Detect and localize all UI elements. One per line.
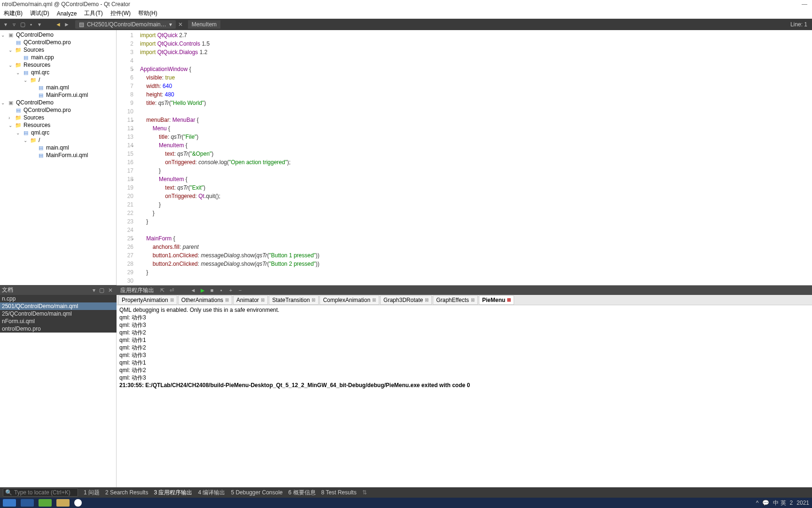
- code-line[interactable]: button1.onClicked: messageDialog.show(qs…: [140, 251, 808, 260]
- line-number[interactable]: 19: [117, 183, 136, 192]
- tree-arrow-icon[interactable]: ⌄: [8, 63, 13, 68]
- code-line[interactable]: menuBar: MenuBar {: [140, 116, 808, 124]
- line-number[interactable]: 17: [117, 167, 136, 175]
- line-number[interactable]: 1: [117, 31, 136, 40]
- tree-arrow-icon[interactable]: ›: [8, 115, 13, 120]
- open-document-item[interactable]: n.cpp: [0, 295, 117, 302]
- output-wrap-icon[interactable]: ⏎: [168, 287, 175, 294]
- code-line[interactable]: MenuItem {: [140, 175, 808, 183]
- tree-arrow-icon[interactable]: ⌄: [23, 78, 28, 83]
- code-line[interactable]: title: qsTr("File"): [140, 133, 808, 141]
- filter-icon[interactable]: ▾: [2, 21, 9, 28]
- tree-item[interactable]: ⌄📁Resources: [0, 61, 116, 69]
- code-line[interactable]: onTriggered: Qt.quit();: [140, 192, 808, 200]
- panel-icon[interactable]: ▢: [19, 21, 26, 28]
- code-line[interactable]: text: qsTr("&Open"): [140, 150, 808, 158]
- close-icon[interactable]: ⊠: [471, 297, 475, 302]
- code-line[interactable]: [140, 226, 808, 234]
- code-line[interactable]: }: [140, 217, 808, 226]
- tree-arrow-icon[interactable]: ⌄: [1, 100, 6, 105]
- menu-build[interactable]: 构建(B): [0, 9, 26, 17]
- open-document-item[interactable]: 25/QControlDemo/main.qml: [0, 310, 117, 318]
- output-remove-icon[interactable]: −: [237, 287, 243, 294]
- code-line[interactable]: onTriggered: console.log("Open action tr…: [140, 158, 808, 167]
- tree-item[interactable]: ▤QControlDemo.pro: [0, 39, 116, 46]
- chevron-down-icon[interactable]: ▾: [91, 287, 97, 294]
- output-tab[interactable]: ComplexAnimation⊠: [320, 295, 379, 305]
- symbol-selector[interactable]: MenuItem: [188, 20, 220, 29]
- line-number[interactable]: 24: [117, 226, 136, 234]
- minimize-button[interactable]: —: [802, 1, 807, 8]
- bottom-tab-compile[interactable]: 4 编译输出: [198, 489, 225, 497]
- line-number[interactable]: 6: [117, 73, 136, 82]
- tray-ime[interactable]: 中 英: [773, 499, 786, 507]
- line-number[interactable]: 10: [117, 107, 136, 116]
- layout-icon[interactable]: ▾: [36, 21, 43, 28]
- tray-wechat-icon[interactable]: 💬: [762, 500, 769, 506]
- tree-item[interactable]: ▤MainForm.ui.qml: [0, 151, 116, 159]
- tree-item[interactable]: ⌄📁/: [0, 76, 116, 84]
- forward-button[interactable]: ►: [63, 21, 70, 28]
- taskbar-app-1[interactable]: [3, 499, 16, 507]
- code-line[interactable]: anchors.fill: parent: [140, 243, 808, 251]
- close-icon[interactable]: ⊠: [312, 297, 315, 302]
- line-indicator[interactable]: Line: 1: [788, 21, 810, 28]
- breadcrumb[interactable]: ▤ CH2501/QControlDemo/main… ▾: [75, 20, 176, 29]
- bottom-tab-tests[interactable]: 8 Test Results: [321, 489, 357, 496]
- menu-controls[interactable]: 控件(W): [107, 9, 134, 17]
- split-icon[interactable]: ▪: [27, 21, 35, 28]
- tree-arrow-icon[interactable]: ⌄: [1, 32, 6, 38]
- tree-item[interactable]: ▤MainForm.ui.qml: [0, 91, 116, 99]
- tree-arrow-icon[interactable]: ⌄: [8, 123, 13, 128]
- line-number[interactable]: 16: [117, 158, 136, 167]
- tree-arrow-icon[interactable]: ⌄: [8, 48, 13, 53]
- line-number[interactable]: 28: [117, 260, 136, 268]
- code-line[interactable]: }: [140, 209, 808, 217]
- code-line[interactable]: title: qsTr("Hello World"): [140, 99, 808, 107]
- split-icon[interactable]: ▢: [97, 287, 106, 294]
- code-line[interactable]: import QtQuick.Controls 1.5: [140, 40, 808, 48]
- line-number[interactable]: 12: [117, 124, 136, 133]
- code-line[interactable]: [140, 56, 808, 65]
- open-document-item[interactable]: ontrolDemo.pro: [0, 325, 117, 333]
- tree-item[interactable]: ⌄📁/: [0, 136, 116, 144]
- close-icon[interactable]: ⊠: [507, 297, 511, 302]
- taskbar-app-4[interactable]: [56, 499, 70, 507]
- tree-item[interactable]: ⌄📁Resources: [0, 121, 116, 129]
- close-icon[interactable]: ✕: [106, 287, 115, 294]
- close-icon[interactable]: ⊠: [170, 297, 174, 302]
- code-line[interactable]: import QtQuick 2.7: [140, 31, 808, 40]
- bottom-tab-search[interactable]: 2 Search Results: [105, 489, 148, 496]
- tree-arrow-icon[interactable]: ⌄: [16, 70, 21, 75]
- open-document-item[interactable]: nForm.ui.qml: [0, 318, 117, 325]
- code-line[interactable]: width: 640: [140, 82, 808, 90]
- output-pin-icon[interactable]: ⇱: [159, 287, 165, 294]
- line-number[interactable]: 14: [117, 141, 136, 150]
- locator-input[interactable]: 🔍 Type to locate (Ctrl+K): [3, 488, 78, 497]
- output-attach-icon[interactable]: ▪: [218, 287, 225, 294]
- bottom-tab-issues[interactable]: 1 问题: [84, 489, 100, 497]
- tree-arrow-icon[interactable]: ⌄: [23, 138, 28, 143]
- close-file-button[interactable]: ✕: [177, 21, 184, 28]
- bottom-tab-general[interactable]: 6 概要信息: [289, 489, 316, 497]
- line-number[interactable]: 13: [117, 133, 136, 141]
- tree-arrow-icon[interactable]: ⌄: [16, 130, 21, 135]
- close-icon[interactable]: ⊠: [225, 297, 229, 302]
- line-number[interactable]: 20: [117, 192, 136, 200]
- bottom-tab-debugger[interactable]: 5 Debugger Console: [231, 489, 282, 496]
- menu-tools[interactable]: 工具(T): [80, 9, 106, 17]
- taskbar-app-chrome[interactable]: [74, 499, 82, 507]
- output-tab[interactable]: Graph3DRotate⊠: [380, 295, 432, 305]
- code-line[interactable]: height: 480: [140, 90, 808, 99]
- tree-item[interactable]: ⌄▣QControlDemo: [0, 31, 116, 39]
- output-tab[interactable]: PropertyAnimation⊠: [118, 295, 177, 305]
- menu-analyze[interactable]: Analyze: [53, 10, 81, 17]
- code-line[interactable]: }: [140, 167, 808, 175]
- taskbar-app-3[interactable]: [39, 499, 52, 507]
- tree-item[interactable]: ⌄▤qml.qrc: [0, 69, 116, 76]
- line-number[interactable]: 27: [117, 251, 136, 260]
- line-number[interactable]: 21: [117, 200, 136, 209]
- output-prev-icon[interactable]: ◄: [190, 287, 196, 294]
- tree-item[interactable]: ›📁Sources: [0, 114, 116, 121]
- line-number[interactable]: 23: [117, 217, 136, 226]
